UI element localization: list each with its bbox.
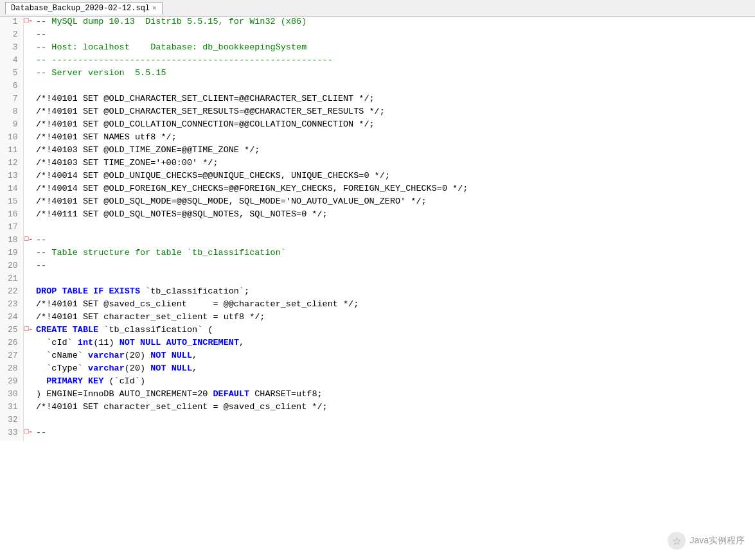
line-number: 11 xyxy=(0,145,23,158)
code-line: -- Host: localhost Database: db_bookkeep… xyxy=(33,42,755,55)
line-number: 28 xyxy=(0,363,23,376)
sql-directive: /*!40101 SET @OLD_SQL_MODE=@@SQL_MODE, S… xyxy=(36,197,427,206)
fold-button[interactable]: □- xyxy=(23,325,33,338)
sql-keyword: NOT NULL xyxy=(150,363,192,373)
table-row: 19-- Table structure for table `tb_class… xyxy=(0,248,755,261)
table-row: 26 `cId` int(11) NOT NULL AUTO_INCREMENT… xyxy=(0,338,755,351)
code-line xyxy=(33,81,755,94)
line-number: 21 xyxy=(0,274,23,286)
fold-button xyxy=(23,338,33,351)
code-line: /*!40101 SET @OLD_COLLATION_CONNECTION=@… xyxy=(33,119,755,132)
col-type-text: (20) xyxy=(125,351,151,360)
fold-button xyxy=(23,94,33,107)
col-type-text: , xyxy=(192,351,197,360)
code-line: /*!40014 SET @OLD_FOREIGN_KEY_CHECKS=@@F… xyxy=(33,184,755,197)
code-line: ) ENGINE=InnoDB AUTO_INCREMENT=20 DEFAUL… xyxy=(33,389,755,402)
fold-button[interactable]: □- xyxy=(23,235,33,248)
fold-button xyxy=(23,42,33,55)
sql-keyword: AUTO_INCREMENT xyxy=(166,338,239,347)
col-def: varchar(20) NOT NULL, xyxy=(88,363,197,373)
comment-text: -- xyxy=(36,261,46,270)
code-line: /*!40101 SET character_set_client = utf8… xyxy=(33,312,755,325)
comment-text: -- -------------------------------------… xyxy=(36,55,333,65)
table-row: 7/*!40101 SET @OLD_CHARACTER_SET_CLIENT=… xyxy=(0,94,755,107)
sql-directive: /*!40101 SET @OLD_CHARACTER_SET_CLIENT=@… xyxy=(36,94,375,103)
code-line: /*!40101 SET NAMES utf8 */; xyxy=(33,132,755,145)
sql-directive: /*!40101 SET @OLD_COLLATION_CONNECTION=@… xyxy=(36,119,375,129)
table-row: 16/*!40111 SET @OLD_SQL_NOTES=@@SQL_NOTE… xyxy=(0,209,755,222)
col-def: int(11) NOT NULL AUTO_INCREMENT, xyxy=(78,338,244,347)
line-number: 1 xyxy=(0,17,23,30)
comment-text: -- xyxy=(36,235,46,245)
table-row: 17 xyxy=(0,222,755,235)
line-number: 19 xyxy=(0,248,23,261)
fold-button xyxy=(23,286,33,299)
table-row: 28 `cType` varchar(20) NOT NULL, xyxy=(0,363,755,376)
default-keyword: DEFAULT xyxy=(213,389,249,399)
comment-text: -- Server version 5.5.15 xyxy=(36,68,166,78)
title-bar: Database_Backup_2020-02-12.sql × xyxy=(0,0,755,17)
code-line: DROP TABLE IF EXISTS `tb_classification`… xyxy=(33,286,755,299)
line-number: 33 xyxy=(0,428,23,441)
line-number: 16 xyxy=(0,209,23,222)
sql-directive: /*!40111 SET @OLD_SQL_NOTES=@@SQL_NOTES,… xyxy=(36,209,328,219)
code-line: /*!40101 SET @saved_cs_client = @@charac… xyxy=(33,299,755,312)
fold-button xyxy=(23,107,33,119)
code-line: /*!40101 SET character_set_client = @sav… xyxy=(33,402,755,415)
tab-close-button[interactable]: × xyxy=(152,4,157,12)
col-name: `cId` xyxy=(36,338,73,347)
engine-text: CHARSET=utf8; xyxy=(249,389,322,399)
line-number: 22 xyxy=(0,286,23,299)
fold-button xyxy=(23,197,33,209)
sql-directive: /*!40101 SET NAMES utf8 */; xyxy=(36,132,177,142)
sql-keyword: varchar xyxy=(88,351,125,360)
file-tab[interactable]: Database_Backup_2020-02-12.sql × xyxy=(5,2,163,14)
table-row: 12/*!40103 SET TIME_ZONE='+00:00' */; xyxy=(0,158,755,171)
code-line: /*!40101 SET @OLD_CHARACTER_SET_RESULTS=… xyxy=(33,107,755,119)
line-number: 27 xyxy=(0,351,23,363)
col-def: varchar(20) NOT NULL, xyxy=(88,351,197,360)
fold-button xyxy=(23,389,33,402)
code-line xyxy=(33,274,755,286)
fold-button[interactable]: □- xyxy=(23,428,33,441)
fold-button xyxy=(23,222,33,235)
fold-button xyxy=(23,363,33,376)
table-row: 15/*!40101 SET @OLD_SQL_MODE=@@SQL_MODE,… xyxy=(0,197,755,209)
table-row: 33□--- xyxy=(0,428,755,441)
code-line: /*!40111 SET @OLD_SQL_NOTES=@@SQL_NOTES,… xyxy=(33,209,755,222)
table-row: 4-- ------------------------------------… xyxy=(0,55,755,68)
line-number: 25 xyxy=(0,325,23,338)
table-row: 20-- xyxy=(0,261,755,274)
table-row: 3-- Host: localhost Database: db_bookkee… xyxy=(0,42,755,55)
primary-key-col: (`cId`) xyxy=(103,376,145,386)
line-number: 13 xyxy=(0,171,23,184)
table-row: 23/*!40101 SET @saved_cs_client = @@char… xyxy=(0,299,755,312)
code-line: `cId` int(11) NOT NULL AUTO_INCREMENT, xyxy=(33,338,755,351)
fold-button xyxy=(23,132,33,145)
table-row: 18□--- xyxy=(0,235,755,248)
table-row: 32 xyxy=(0,415,755,428)
editor-area: 1□--- MySQL dump 10.13 Distrib 5.5.15, f… xyxy=(0,17,755,441)
sql-keyword: NOT NULL xyxy=(120,338,161,347)
table-row: 11/*!40103 SET @OLD_TIME_ZONE=@@TIME_ZON… xyxy=(0,145,755,158)
line-number: 4 xyxy=(0,55,23,68)
line-number: 24 xyxy=(0,312,23,325)
code-line: /*!40014 SET @OLD_UNIQUE_CHECKS=@@UNIQUE… xyxy=(33,171,755,184)
fold-button xyxy=(23,30,33,42)
line-number: 31 xyxy=(0,402,23,415)
col-type-text: , xyxy=(192,363,197,373)
col-type-text: (20) xyxy=(125,363,151,373)
line-number: 8 xyxy=(0,107,23,119)
code-line: /*!40103 SET @OLD_TIME_ZONE=@@TIME_ZONE … xyxy=(33,145,755,158)
fold-button xyxy=(23,55,33,68)
table-row: 22DROP TABLE IF EXISTS `tb_classificatio… xyxy=(0,286,755,299)
sql-keyword: varchar xyxy=(88,363,125,373)
fold-button xyxy=(23,184,33,197)
code-line xyxy=(33,222,755,235)
table-row: 10/*!40101 SET NAMES utf8 */; xyxy=(0,132,755,145)
fold-button[interactable]: □- xyxy=(23,17,33,30)
line-number: 29 xyxy=(0,376,23,389)
space xyxy=(83,351,88,360)
comment-text: -- MySQL dump 10.13 Distrib 5.5.15, for … xyxy=(36,17,306,26)
line-number: 15 xyxy=(0,197,23,209)
